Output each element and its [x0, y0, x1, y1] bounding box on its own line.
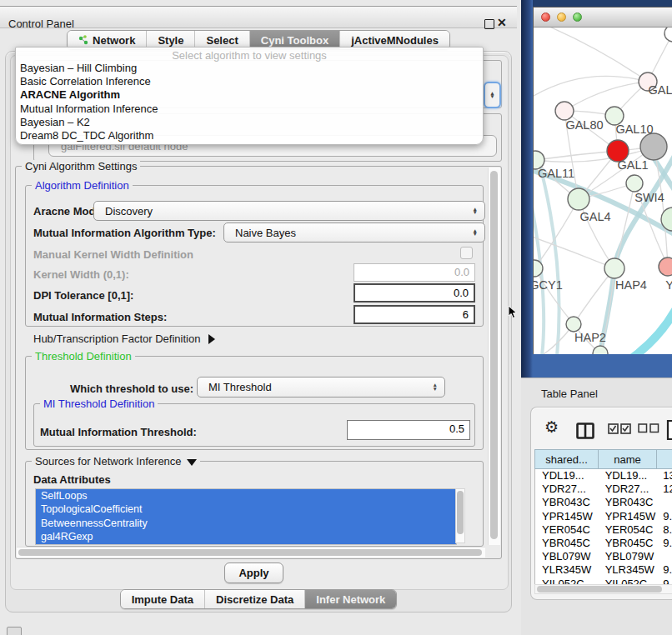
stepper-arrows-icon: ▲▼: [473, 208, 478, 215]
table-row[interactable]: YBR043CYBR043C: [535, 496, 672, 509]
data-attributes-list: SelfLoopsTopologicalCoefficientBetweenne…: [35, 488, 457, 545]
table-row[interactable]: YDR27...YDR27...12: [535, 482, 672, 496]
algorithm-list-item[interactable]: Bayesian – Hill Climbing: [18, 62, 481, 75]
network-canvas[interactable]: GALGAL80GAL10GAL1GAL11SWI4GAL4GCY1HAP4YH…: [534, 28, 672, 354]
manual-kernel-width-checkbox[interactable]: [460, 247, 473, 259]
close-panel-icon[interactable]: ✕: [497, 16, 507, 29]
tab-infer-network-label: Infer Network: [316, 593, 385, 606]
network-node[interactable]: [604, 258, 624, 278]
minimize-window-icon[interactable]: [557, 12, 566, 22]
frame-border-left: [521, 0, 533, 378]
tab-discretize-data-label: Discretize Data: [216, 593, 293, 606]
mi-algorithm-type-combobox[interactable]: Naive Bayes ▲▼: [223, 222, 485, 242]
hub-section-label: Hub/Transcription Factor Definition: [33, 332, 200, 345]
mi-threshold-field[interactable]: 0.5: [347, 420, 470, 440]
table-cell: YBL079W: [535, 550, 599, 563]
gear-icon[interactable]: ⚙: [544, 418, 559, 437]
which-threshold-combobox[interactable]: MI Threshold ▲▼: [197, 377, 445, 398]
settings-horizontal-scrollbar[interactable]: [17, 547, 485, 558]
table-row[interactable]: YBR045CYBR045C9.: [535, 537, 672, 550]
data-attribute-item[interactable]: gal4RGexp: [36, 530, 456, 543]
network-edge[interactable]: [628, 301, 672, 354]
table-cell: YDR27...: [599, 482, 657, 496]
table-cell: 13: [656, 469, 672, 482]
network-node[interactable]: [555, 102, 574, 120]
table-row[interactable]: YLR345WYLR345W9.: [535, 563, 672, 577]
network-node[interactable]: [566, 317, 581, 332]
table-column-header[interactable]: shared...: [534, 449, 598, 469]
float-window-icon[interactable]: [484, 19, 494, 29]
zoom-window-icon[interactable]: [573, 12, 582, 22]
network-node[interactable]: [664, 28, 672, 42]
sources-group-title[interactable]: Sources for Network Inference: [32, 455, 200, 468]
dpi-tolerance-field[interactable]: 0.0: [354, 283, 475, 302]
algorithm-combobox-placeholder: Select algorithm to view settings: [16, 49, 483, 62]
hub-transcription-factor-section[interactable]: Hub/Transcription Factor Definition: [33, 332, 215, 345]
show-all-columns-icon[interactable]: [608, 422, 631, 434]
network-edge[interactable]: [542, 28, 648, 82]
network-edge[interactable]: [564, 82, 648, 111]
table-column-header[interactable]: A: [656, 449, 672, 469]
scrollbar-thumb[interactable]: [537, 586, 662, 592]
scrollbar-thumb[interactable]: [18, 549, 482, 556]
network-node-label: Y: [665, 278, 672, 292]
scrollbar-thumb[interactable]: [457, 491, 464, 534]
export-table-icon[interactable]: [666, 419, 672, 441]
data-attribute-item[interactable]: BetweennessCentrality: [36, 517, 456, 530]
tab-impute-data[interactable]: Impute Data: [121, 590, 205, 608]
aracne-mode-combobox[interactable]: Discovery ▲▼: [93, 201, 485, 221]
network-node[interactable]: [640, 133, 667, 160]
algorithm-list-item[interactable]: Basic Correlation Inference: [18, 75, 481, 88]
scrollbar-thumb[interactable]: [490, 171, 498, 539]
tab-network-label: Network: [93, 34, 135, 47]
table-cell: YPR145W: [535, 510, 599, 523]
algorithm-list-item[interactable]: Bayesian – K2: [18, 116, 481, 129]
kernel-width-label: Kernel Width (0,1):: [33, 268, 129, 281]
table-column-header[interactable]: name: [598, 449, 656, 469]
data-attribute-item[interactable]: TopologicalCoefficient: [36, 502, 456, 516]
network-window-titlebar[interactable]: [534, 8, 672, 28]
algorithm-list-item[interactable]: Mutual Information Inference: [18, 102, 481, 116]
close-window-icon[interactable]: [541, 12, 550, 22]
mi-steps-field[interactable]: 6: [354, 305, 475, 324]
network-node[interactable]: [659, 258, 672, 276]
algorithm-definition-title: Algorithm Definition: [32, 179, 133, 192]
tab-discretize-data[interactable]: Discretize Data: [205, 590, 305, 608]
table-horizontal-scrollbar[interactable]: [534, 584, 672, 594]
table-cell: YLR345W: [599, 563, 657, 577]
tab-select-label: Select: [206, 34, 238, 47]
kernel-width-field[interactable]: 0.0: [354, 263, 475, 282]
algorithm-combobox-stepper[interactable]: ▲▼: [484, 82, 501, 108]
control-panel-title: Control Panel: [8, 18, 74, 30]
node-table: shared...nameA YDL19...YDL19...13YDR27..…: [534, 449, 672, 584]
network-edge[interactable]: [534, 76, 648, 98]
which-threshold-value: MI Threshold: [198, 381, 433, 393]
panel-toggle-button[interactable]: [7, 627, 22, 635]
tab-infer-network[interactable]: Infer Network: [305, 590, 396, 608]
apply-button[interactable]: Apply: [224, 562, 283, 583]
split-columns-icon[interactable]: [576, 422, 594, 439]
settings-vertical-scrollbar[interactable]: [488, 168, 500, 545]
network-window: GALGAL80GAL10GAL1GAL11SWI4GAL4GCY1HAP4YH…: [533, 7, 672, 354]
table-row[interactable]: YPR145WYPR145W9.: [535, 510, 672, 523]
table-row[interactable]: YER054CYER054C8.: [535, 523, 672, 537]
network-graph[interactable]: GALGAL80GAL10GAL1GAL11SWI4GAL4GCY1HAP4YH…: [534, 28, 672, 354]
mi-threshold-label: Mutual Information Threshold:: [40, 426, 197, 438]
table-header-row: shared...nameA: [534, 449, 672, 469]
network-node[interactable]: [568, 188, 589, 210]
network-node-label: GAL10: [615, 122, 653, 136]
network-node[interactable]: [593, 346, 608, 354]
algorithm-list-item[interactable]: Dream8 DC_TDC Algorithm: [18, 129, 481, 142]
hide-all-columns-icon[interactable]: [638, 422, 659, 433]
table-row[interactable]: YIL052CYIL052C9.: [535, 578, 672, 585]
attributes-list-scrollbar[interactable]: [455, 488, 465, 543]
network-node-label: GAL80: [565, 118, 603, 132]
network-node[interactable]: [626, 175, 643, 192]
table-row[interactable]: YDL19...YDL19...13: [535, 469, 672, 482]
table-cell: YBR043C: [599, 496, 657, 509]
collapse-down-icon: [187, 459, 197, 466]
mi-steps-label: Mutual Information Steps:: [33, 311, 167, 323]
table-row[interactable]: YBL079WYBL079W: [535, 550, 672, 563]
algorithm-list-item[interactable]: ARACNE Algorithm: [18, 88, 481, 102]
data-attribute-item[interactable]: SelfLoops: [36, 489, 456, 502]
